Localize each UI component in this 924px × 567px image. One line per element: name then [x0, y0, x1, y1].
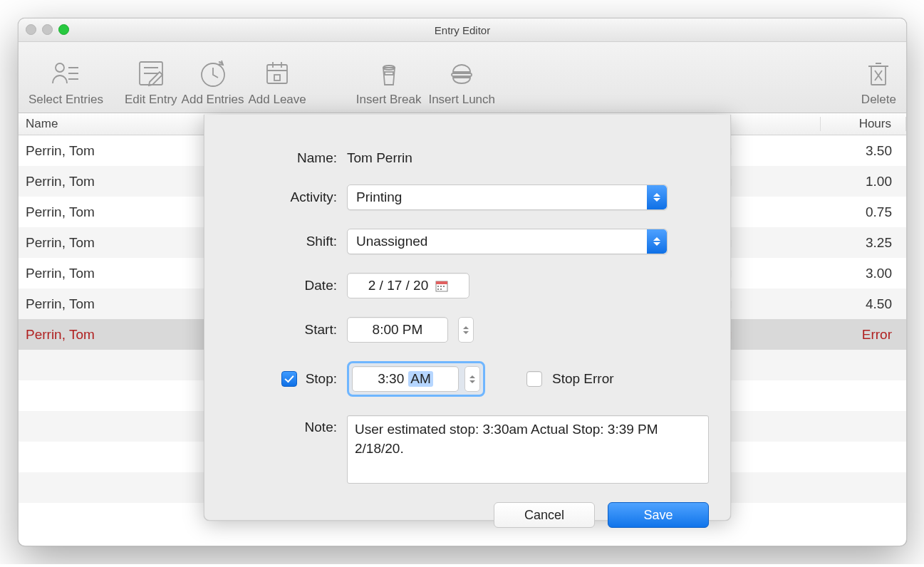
- stop-label: Stop:: [306, 371, 337, 387]
- svg-rect-22: [436, 281, 447, 284]
- name-label: Name:: [233, 150, 347, 166]
- name-value: Tom Perrin: [347, 150, 412, 166]
- zoom-window-button[interactable]: [58, 24, 69, 35]
- add-entries-button[interactable]: Add Entries: [182, 57, 244, 107]
- person-list-icon: [49, 57, 82, 90]
- clock-add-icon: [197, 57, 229, 90]
- save-button-label: Save: [643, 508, 673, 523]
- titlebar: Entry Editor: [19, 19, 906, 42]
- date-value: 2 / 17 / 20: [368, 278, 429, 293]
- close-window-button[interactable]: [26, 24, 36, 35]
- edit-entry-label: Edit Entry: [125, 93, 177, 107]
- cell-hours: 3.25: [821, 235, 906, 251]
- calendar-icon: [261, 57, 294, 90]
- svg-rect-27: [440, 288, 442, 290]
- burger-icon: [445, 57, 478, 90]
- entry-editor-window: Entry Editor Select Entries Edit Entry A…: [18, 18, 907, 546]
- add-leave-button[interactable]: Add Leave: [248, 57, 306, 107]
- svg-rect-15: [452, 73, 472, 76]
- date-field[interactable]: 2 / 17 / 20: [347, 273, 469, 298]
- select-arrows-icon: [647, 229, 667, 254]
- shift-label: Shift:: [233, 234, 347, 249]
- cancel-button[interactable]: Cancel: [494, 502, 595, 528]
- note-value: User estimated stop: 3:30am Actual Stop:…: [355, 422, 658, 456]
- cancel-button-label: Cancel: [524, 508, 564, 523]
- cell-hours: 3.50: [821, 143, 906, 159]
- edit-entry-button[interactable]: Edit Entry: [125, 57, 177, 107]
- start-time-field[interactable]: 8:00 PM: [347, 317, 448, 343]
- start-time-value: 8:00 PM: [373, 322, 423, 338]
- window-title: Entry Editor: [435, 24, 490, 36]
- cell-hours: 4.50: [821, 296, 906, 312]
- activity-label: Activity:: [233, 189, 347, 205]
- cell-hours: 1.00: [821, 174, 906, 189]
- add-entries-label: Add Entries: [182, 93, 244, 107]
- svg-rect-25: [443, 286, 445, 287]
- window-controls: [26, 24, 69, 35]
- add-leave-label: Add Leave: [248, 93, 306, 107]
- select-entries-label: Select Entries: [28, 93, 103, 107]
- save-button[interactable]: Save: [608, 502, 709, 528]
- edit-entry-sheet: Name: Tom Perrin Activity: Printing Shif…: [204, 115, 731, 521]
- calendar-picker-icon[interactable]: [435, 279, 448, 292]
- shift-select[interactable]: Unassigned: [347, 229, 668, 254]
- note-label: Note:: [233, 415, 347, 435]
- svg-rect-12: [274, 75, 280, 80]
- activity-select[interactable]: Printing: [347, 184, 668, 210]
- toolbar: Select Entries Edit Entry Add Entries Ad…: [19, 42, 906, 113]
- note-textarea[interactable]: User estimated stop: 3:30am Actual Stop:…: [347, 415, 709, 484]
- cup-icon: [373, 57, 405, 90]
- stop-time-field[interactable]: 3:30 AM: [352, 366, 459, 392]
- stop-ampm-value[interactable]: AM: [408, 371, 433, 387]
- stop-time-value: 3:30: [378, 371, 404, 387]
- insert-break-button[interactable]: Insert Break: [356, 57, 422, 107]
- svg-rect-24: [440, 286, 442, 287]
- insert-lunch-label: Insert Lunch: [428, 93, 495, 107]
- delete-label: Delete: [861, 93, 896, 107]
- start-label: Start:: [233, 322, 347, 338]
- edit-icon: [135, 57, 167, 90]
- cell-hours: 3.00: [821, 266, 906, 281]
- minimize-window-button[interactable]: [42, 24, 53, 35]
- svg-rect-14: [385, 72, 393, 75]
- select-arrows-icon: [647, 185, 667, 209]
- start-time-stepper[interactable]: [458, 317, 474, 343]
- stop-error-label: Stop Error: [552, 371, 614, 387]
- stop-enabled-checkbox[interactable]: [281, 371, 297, 387]
- insert-break-label: Insert Break: [356, 93, 422, 107]
- svg-rect-23: [437, 286, 439, 287]
- cell-hours: Error: [821, 327, 906, 343]
- stop-time-stepper[interactable]: [464, 366, 480, 392]
- date-label: Date:: [233, 278, 347, 293]
- stop-time-focus-ring: 3:30 AM: [347, 361, 485, 397]
- select-entries-button[interactable]: Select Entries: [28, 57, 103, 107]
- svg-point-0: [56, 63, 64, 72]
- svg-rect-26: [437, 288, 439, 290]
- cell-hours: 0.75: [821, 204, 906, 220]
- shift-select-value: Unassigned: [356, 234, 427, 249]
- activity-select-value: Printing: [356, 189, 402, 205]
- trash-x-icon: [862, 57, 895, 90]
- insert-lunch-button[interactable]: Insert Lunch: [428, 57, 495, 107]
- stop-error-checkbox[interactable]: [526, 371, 542, 387]
- col-hours[interactable]: Hours: [821, 117, 906, 131]
- delete-button[interactable]: Delete: [861, 57, 896, 107]
